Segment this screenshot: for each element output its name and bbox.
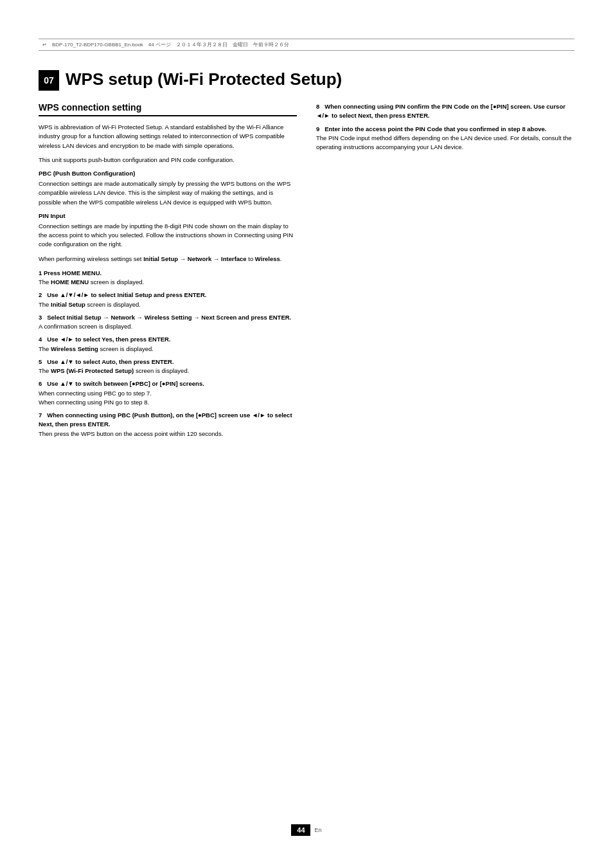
header-date: ２０１４年３月２８日 [176,41,227,48]
step-2-title: 2 Use ▲/▼/◄/► to select Initial Setup an… [39,291,206,298]
pin-text: Connection settings are made by inputtin… [39,222,297,249]
step-9-body: The PIN Code input method differs depend… [316,134,571,150]
section-heading: WPS connection setting [39,102,297,116]
intro-para-2: This unit supports push-button configura… [39,156,297,165]
page-title-section: 07 WPS setup (Wi-Fi Protected Setup) [39,70,574,91]
step-6: 6 Use ▲/▼ to switch between [●PBC] or [●… [39,379,297,407]
step-5-title: 5 Use ▲/▼ to select Auto, then press ENT… [39,358,174,365]
step-2-body: The Initial Setup screen is displayed. [39,301,141,308]
page-footer: 44 En [39,824,574,836]
step-4-body: The Wireless Setting screen is displayed… [39,345,154,352]
step-5: 5 Use ▲/▼ to select Auto, then press ENT… [39,357,297,376]
step-6-body-1: When connecting using PBC go to step 7. [39,390,152,397]
header-arrow: ↵ [42,42,47,48]
pbc-heading: PBC (Push Button Configuration) [39,170,297,177]
step-3: 3 Select Initial Setup → Network → Wirel… [39,313,297,332]
step-2: 2 Use ▲/▼/◄/► to select Initial Setup an… [39,291,297,309]
step-1-num: 1 [39,269,44,276]
step-3-body: A confirmation screen is displayed. [39,323,132,330]
step-6-title: 6 Use ▲/▼ to switch between [●PBC] or [●… [39,380,204,387]
chapter-number: 07 [39,70,59,91]
step-4-title: 4 Use ◄/► to select Yes, then press ENTE… [39,336,171,343]
header-time: 午前９時２６分 [253,41,289,48]
step-8: 8 When connecting using PIN confirm the … [316,102,574,121]
step-6-body-2: When connecting using PIN go to step 8. [39,399,149,406]
step-7: 7 When connecting using PBC (Push Button… [39,411,297,439]
header-bar: ↵ BDP-170_T2-BDP170-GBBB1_En.book 44 ページ… [39,39,574,51]
intro-para-1: WPS is abbreviation of Wi-Fi Protected S… [39,123,297,150]
step-4: 4 Use ◄/► to select Yes, then press ENTE… [39,335,297,354]
header-page-info: 44 ページ [148,41,171,48]
step-3-title: 3 Select Initial Setup → Network → Wirel… [39,314,291,321]
left-column: WPS connection setting WPS is abbreviati… [39,102,297,442]
header-filepath: BDP-170_T2-BDP170-GBBB1_En.book [52,42,143,48]
page-number: 44 [291,824,310,836]
pbc-text: Connection settings are made automatical… [39,179,297,207]
step-5-body: The WPS (Wi-Fi Protected Setup) screen i… [39,367,189,374]
header-day: 金曜日 [233,41,248,48]
step-9: 9 Enter into the access point the PIN Co… [316,125,574,152]
step-7-body: Then press the WPS button on the access … [39,430,223,437]
content-columns: WPS connection setting WPS is abbreviati… [39,102,574,442]
step-8-title: 8 When connecting using PIN confirm the … [316,103,565,119]
right-column: 8 When connecting using PIN confirm the … [316,102,574,442]
page-lang: En [314,827,321,833]
step-1-title: Press HOME MENU. [44,269,102,276]
step-1-body: The HOME MENU screen is displayed. [39,278,144,285]
chapter-title: WPS setup (Wi-Fi Protected Setup) [66,70,342,89]
step-9-title: 9 Enter into the access point the PIN Co… [316,125,546,132]
pin-heading: PIN Input [39,212,297,219]
page: ↵ BDP-170_T2-BDP170-GBBB1_En.book 44 ページ… [0,0,613,868]
wireless-note: When performing wireless settings set In… [39,255,297,264]
step-7-title: 7 When connecting using PBC (Push Button… [39,411,292,428]
step-1: 1 Press HOME MENU. The HOME MENU screen … [39,269,297,287]
